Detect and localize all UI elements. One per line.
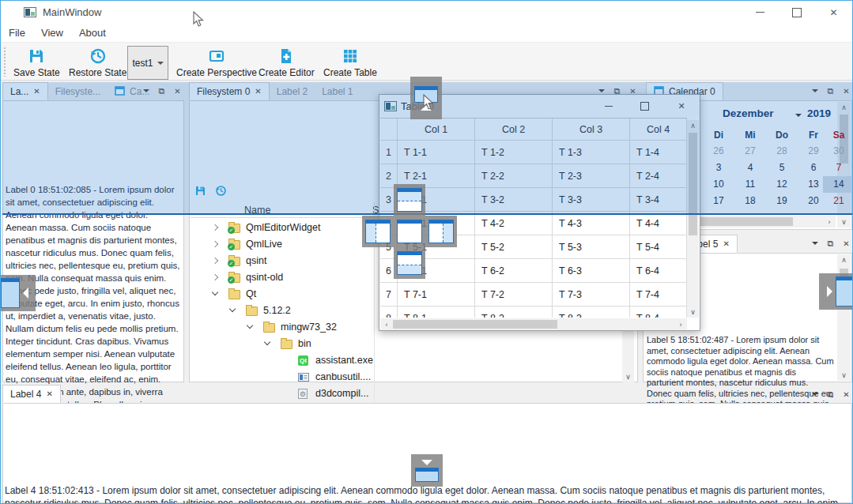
drop-indicator-bottom-edge[interactable] <box>411 454 443 487</box>
tree-row[interactable]: canbusutil.... <box>191 369 622 386</box>
maximize-button[interactable] <box>779 1 814 24</box>
folder-check-icon: ✓ <box>228 272 240 283</box>
menu-bar: File View About <box>1 24 852 42</box>
title-bar: MainWindow <box>1 1 852 24</box>
table-cell[interactable]: T 6-3 <box>553 259 630 283</box>
perspective-combobox[interactable]: test1 <box>127 46 168 80</box>
mouse-cursor <box>193 11 204 28</box>
restore-icon <box>89 47 107 65</box>
menu-about[interactable]: About <box>71 24 114 42</box>
tree-item-name: qsint <box>246 255 266 266</box>
undock-icon[interactable] <box>825 237 836 250</box>
menu-file[interactable]: File <box>1 24 33 42</box>
table-cell[interactable]: T 7-4 <box>630 283 687 307</box>
minimize-button[interactable] <box>742 1 778 24</box>
table-cell[interactable]: T 4-4 <box>630 212 687 235</box>
drop-indicator-split-right[interactable] <box>425 216 457 247</box>
tree-item-name: QmlEditorWidget <box>246 222 320 233</box>
table-cell[interactable]: T 5-3 <box>553 235 630 259</box>
table-row-header[interactable]: 7 <box>380 283 398 307</box>
table-cell[interactable]: T 7-1 <box>398 283 475 307</box>
drop-indicator-split-top[interactable] <box>394 184 425 216</box>
table-grid-icon <box>342 47 359 65</box>
dock-close-icon[interactable] <box>840 388 852 401</box>
tree-item-name: assistant.exe <box>315 355 373 366</box>
drop-indicator-split-bottom[interactable] <box>394 247 425 279</box>
table-h-scrollbar[interactable]: ‹ › <box>380 318 687 330</box>
table-cell[interactable]: T 7-2 <box>475 283 553 307</box>
dock-close-icon[interactable] <box>840 237 852 250</box>
drop-indicator-center-tab[interactable] <box>394 216 425 247</box>
chevron-expanded-icon[interactable] <box>264 339 270 345</box>
tree-row[interactable]: Qtassistant.exe <box>191 352 622 369</box>
app-icon <box>24 7 36 17</box>
tree-item-name: d3dcompil... <box>315 388 368 399</box>
drop-indicator-left-edge[interactable] <box>0 275 36 311</box>
create-table-button[interactable]: Create Table <box>319 45 382 80</box>
folder-check-icon: ✓ <box>228 239 240 250</box>
chevron-expanded-icon[interactable] <box>247 322 253 329</box>
tree-item-name: qsint-old <box>246 272 283 283</box>
dock-menu-icon[interactable] <box>809 388 821 401</box>
tree-item-name: Qt <box>246 288 256 299</box>
label4-text: Label 4 18:51:02:413 - Lorem ipsum dolor… <box>5 485 850 504</box>
table-cell[interactable]: T 4-2 <box>475 212 553 235</box>
toolbar: Save State Restore State test1 Create Pe… <box>1 42 852 81</box>
arrow-left-icon <box>23 288 28 299</box>
table-cell[interactable]: T 5-2 <box>475 235 553 259</box>
save-icon <box>28 47 45 65</box>
close-button[interactable] <box>816 1 851 24</box>
folder-check-icon: ✓ <box>228 222 240 233</box>
drag-cursor <box>423 94 434 111</box>
label4-dock-buttons <box>809 388 852 401</box>
chevron-expanded-icon[interactable] <box>212 289 218 295</box>
window-title: MainWindow <box>43 6 101 18</box>
check-badge-icon: ✓ <box>228 243 235 250</box>
tree-row[interactable]: ⚙d3dcompil... <box>191 386 622 402</box>
main-window: MainWindow File View About Save State Re… <box>0 0 853 504</box>
arrow-right-icon <box>827 286 832 297</box>
table-cell[interactable]: T 7-3 <box>553 283 630 307</box>
tab-close-icon[interactable]: ✕ <box>46 389 52 398</box>
table-cell[interactable]: T 4-3 <box>553 212 630 235</box>
folder-check-icon: ✓ <box>228 255 240 266</box>
tree-item-name: 5.12.2 <box>263 305 291 316</box>
table-cell[interactable]: T 8-1 <box>398 307 475 318</box>
drop-indicator-right-edge[interactable] <box>819 273 853 310</box>
chevron-expanded-icon[interactable] <box>229 306 236 312</box>
toolbar-handle[interactable] <box>4 47 6 77</box>
table-cell[interactable]: T 8-3 <box>553 307 630 318</box>
create-perspective-button[interactable]: Create Perspective <box>172 45 262 80</box>
tree-row[interactable]: bin <box>191 336 622 352</box>
arrow-down-icon <box>421 460 432 465</box>
table-cell[interactable]: T 8-4 <box>630 307 687 318</box>
menu-view[interactable]: View <box>33 24 71 42</box>
restore-state-button[interactable]: Restore State <box>64 45 131 80</box>
label5-dock-buttons <box>809 237 852 250</box>
tree-item-name: canbusutil.... <box>315 371 371 382</box>
tree-item-name: mingw73_32 <box>281 322 337 333</box>
tab-close-icon[interactable]: ✕ <box>723 239 729 248</box>
save-state-button[interactable]: Save State <box>9 45 65 80</box>
table-cell[interactable]: T 5-4 <box>630 235 687 259</box>
create-editor-button[interactable]: Create Editor <box>254 45 319 80</box>
table-cell[interactable]: T 8-2 <box>475 307 553 318</box>
table-cell[interactable]: T 6-4 <box>630 259 687 283</box>
chevron-collapsed-icon[interactable] <box>212 258 218 264</box>
table-cell[interactable]: T 6-2 <box>475 259 553 283</box>
folder-icon <box>281 338 293 349</box>
chevron-collapsed-icon[interactable] <box>212 241 218 247</box>
folder-icon <box>228 288 240 299</box>
tree-item-name: QmlLive <box>246 239 282 250</box>
qt-exe-icon: Qt <box>298 355 310 366</box>
chevron-down-icon <box>157 62 164 68</box>
chevron-collapsed-icon[interactable] <box>212 274 218 280</box>
undock-icon[interactable] <box>825 388 836 401</box>
editor-document-plus-icon <box>277 47 295 65</box>
tab-label-4[interactable]: Label 4 ✕ <box>2 385 61 403</box>
folder-icon <box>263 322 275 333</box>
dock-menu-icon[interactable] <box>809 237 821 250</box>
chevron-collapsed-icon[interactable] <box>212 224 218 231</box>
table-row-header[interactable]: 8 <box>380 307 398 318</box>
drop-indicator-split-left[interactable] <box>362 216 394 247</box>
